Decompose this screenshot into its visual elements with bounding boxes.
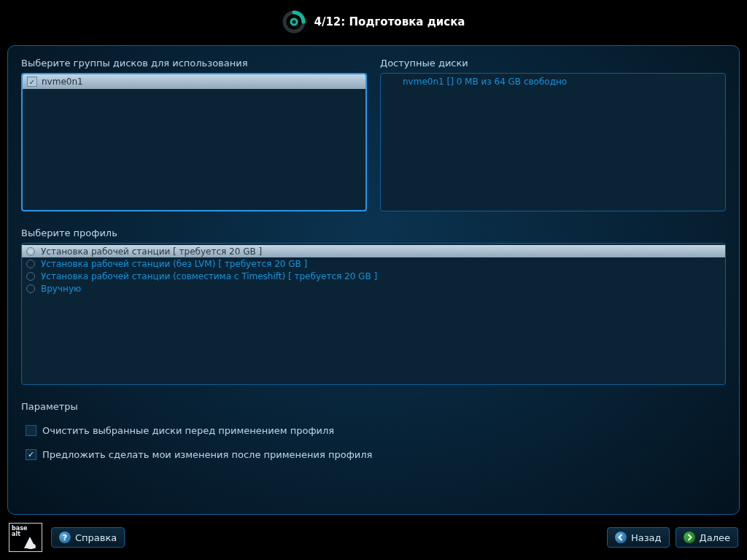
next-button-label: Далее <box>700 532 730 543</box>
help-icon: ? <box>59 532 71 543</box>
svg-point-2 <box>292 20 295 24</box>
checkbox-icon[interactable]: ✓ <box>27 77 37 87</box>
arrow-left-icon <box>615 532 627 543</box>
profile-option-label: Установка рабочей станции (без LVM) [ тр… <box>41 259 307 269</box>
disk-group-name: nvme0n1 <box>42 77 83 87</box>
footer: basealt ? Справка Назад Далее <box>0 515 747 560</box>
installer-logo-icon <box>282 10 306 34</box>
svg-point-3 <box>26 543 36 549</box>
page-title: 4/12: Подготовка диска <box>314 15 465 28</box>
profile-option[interactable]: Установка рабочей станции [ требуется 20… <box>22 245 725 257</box>
available-disks-list[interactable]: nvme0n1 [] 0 MB из 64 GB свободно <box>380 73 726 211</box>
step-name: Подготовка диска <box>349 15 465 28</box>
radio-icon[interactable] <box>26 260 35 268</box>
arrow-right-icon <box>684 532 695 543</box>
param-propose-changes[interactable]: ✓ Предложить сделать мои изменения после… <box>26 449 726 460</box>
installer-header: 4/12: Подготовка диска <box>0 0 747 44</box>
profile-option[interactable]: Установка рабочей станции (без LVM) [ тр… <box>22 257 725 270</box>
profile-label: Выберите профиль <box>21 228 726 238</box>
main-panel: Выберите группы дисков для использования… <box>7 45 740 515</box>
param-propose-changes-label: Предложить сделать мои изменения после п… <box>42 449 372 460</box>
penguin-icon <box>21 534 40 550</box>
checkbox-icon[interactable]: ✓ <box>26 449 36 460</box>
next-button[interactable]: Далее <box>676 527 738 548</box>
param-clear-disks[interactable]: Очистить выбранные диски перед применени… <box>26 425 726 436</box>
available-disks-label: Доступные диски <box>380 58 726 69</box>
profile-option[interactable]: Установка рабочей станции (совместима с … <box>22 270 725 282</box>
profile-option-label: Установка рабочей станции [ требуется 20… <box>41 246 262 257</box>
profile-list[interactable]: Установка рабочей станции [ требуется 20… <box>21 243 726 385</box>
radio-icon[interactable] <box>26 247 35 256</box>
params-label: Параметры <box>21 401 726 412</box>
help-button[interactable]: ? Справка <box>51 527 125 548</box>
back-button-label: Назад <box>631 532 662 543</box>
profile-option-label: Установка рабочей станции (совместима с … <box>41 271 377 281</box>
basealt-logo: basealt <box>9 523 42 552</box>
available-disk-item[interactable]: nvme0n1 [] 0 MB из 64 GB свободно <box>381 74 725 90</box>
profile-option-label: Вручную <box>41 284 81 294</box>
disk-groups-label: Выберите группы дисков для использования <box>21 58 367 69</box>
radio-icon[interactable] <box>26 284 35 293</box>
radio-icon[interactable] <box>26 272 35 281</box>
step-counter: 4/12 <box>314 15 341 28</box>
disk-group-item[interactable]: ✓ nvme0n1 <box>23 74 365 89</box>
profile-option[interactable]: Вручную <box>22 282 725 295</box>
back-button[interactable]: Назад <box>607 527 670 548</box>
param-clear-disks-label: Очистить выбранные диски перед применени… <box>42 425 334 436</box>
help-button-label: Справка <box>75 532 117 543</box>
disk-groups-list[interactable]: ✓ nvme0n1 <box>21 73 367 211</box>
checkbox-icon[interactable] <box>26 425 36 436</box>
